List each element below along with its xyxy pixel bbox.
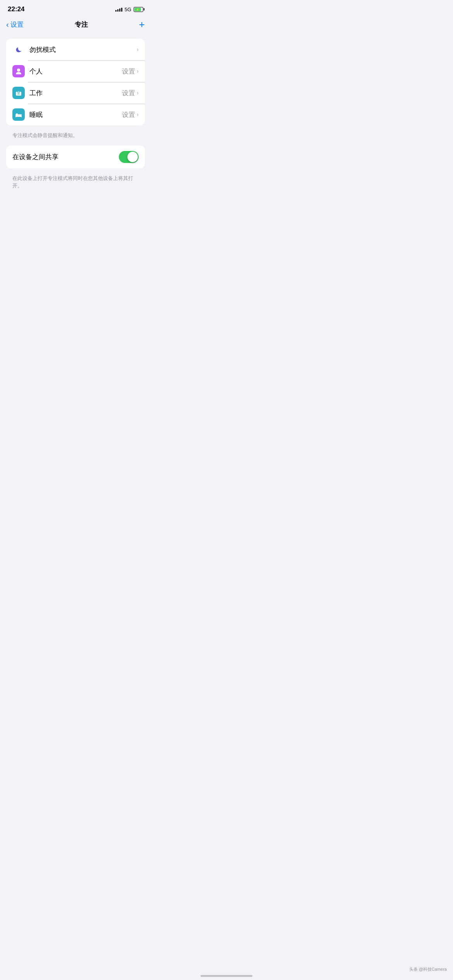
share-note: 在此设备上打开专注模式将同时在您其他设备上将其打开。 — [0, 171, 151, 196]
chevron-right-icon: › — [137, 68, 139, 75]
nav-bar: ‹ 设置 专注 + — [0, 16, 151, 34]
work-subtitle: 设置 — [122, 89, 135, 98]
work-label: 工作 — [29, 89, 122, 98]
svg-point-0 — [17, 69, 20, 72]
svg-rect-12 — [21, 116, 22, 117]
chevron-right-icon: › — [137, 46, 139, 53]
status-bar: 22:24 5G ⚡ — [0, 0, 151, 16]
person-icon — [12, 65, 25, 77]
list-item-donotdisturb[interactable]: 勿扰模式 › — [6, 39, 145, 60]
share-label: 在设备之间共享 — [12, 152, 58, 161]
list-item-personal[interactable]: 个人 设置 › — [6, 60, 145, 82]
sleep-label: 睡眠 — [29, 110, 122, 119]
personal-label: 个人 — [29, 67, 122, 76]
work-right: 设置 › — [122, 89, 139, 98]
back-label: 设置 — [10, 20, 24, 29]
chevron-right-icon: › — [137, 89, 139, 96]
status-time: 22:24 — [8, 5, 24, 13]
focus-modes-card: 勿扰模式 › 个人 设置 › — [6, 39, 145, 125]
toggle-knob — [127, 152, 138, 162]
chevron-left-icon: ‹ — [6, 21, 9, 28]
signal-bars-icon — [115, 7, 122, 12]
work-icon — [12, 87, 25, 99]
network-type: 5G — [125, 7, 131, 12]
personal-right: 设置 › — [122, 67, 139, 76]
back-button[interactable]: ‹ 设置 — [6, 20, 24, 29]
sleep-right: 设置 › — [122, 110, 139, 119]
list-item-work[interactable]: 工作 设置 › — [6, 82, 145, 104]
svg-rect-10 — [16, 113, 18, 115]
donotdisturb-right: › — [137, 46, 139, 53]
add-button[interactable]: + — [139, 19, 145, 29]
sleep-icon — [12, 108, 25, 121]
share-toggle[interactable] — [119, 151, 139, 163]
battery-icon: ⚡ — [134, 7, 143, 12]
svg-rect-11 — [15, 116, 16, 117]
chevron-right-icon: › — [137, 111, 139, 118]
sleep-subtitle: 设置 — [122, 110, 135, 119]
status-icons: 5G ⚡ — [115, 7, 143, 12]
svg-point-6 — [18, 93, 19, 93]
content: 勿扰模式 › 个人 设置 › — [0, 34, 151, 200]
moon-icon — [12, 43, 25, 56]
list-item-sleep[interactable]: 睡眠 设置 › — [6, 104, 145, 125]
page-title: 专注 — [75, 20, 88, 29]
svg-rect-7 — [17, 94, 20, 94]
share-card: 在设备之间共享 — [6, 146, 145, 168]
donotdisturb-label: 勿扰模式 — [29, 45, 137, 54]
focus-section-note: 专注模式会静音提醒和通知。 — [0, 128, 151, 146]
personal-subtitle: 设置 — [122, 67, 135, 76]
